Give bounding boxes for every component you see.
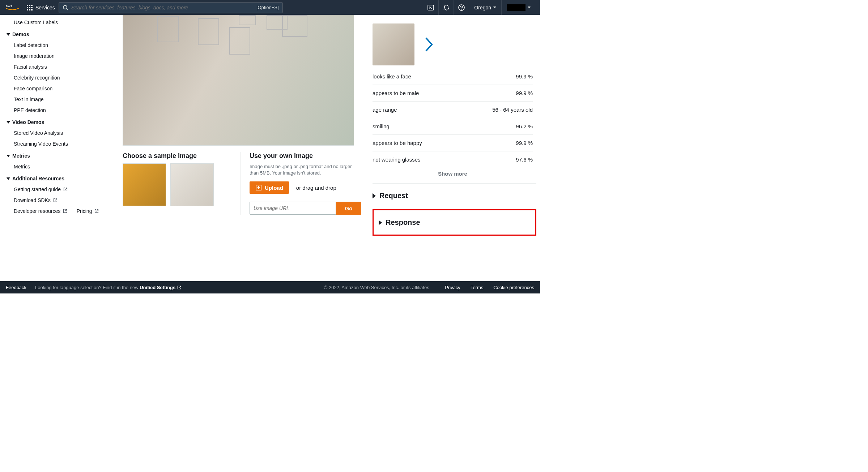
sidebar-item-stored-video[interactable]: Stored Video Analysis — [7, 128, 112, 138]
sidebar-item-text-in-image[interactable]: Text in image — [7, 94, 112, 105]
cookie-link[interactable]: Cookie preferences — [493, 285, 534, 290]
analysis-image — [123, 15, 354, 146]
go-button[interactable]: Go — [336, 202, 361, 215]
use-own-hint: Image must be .jpeg or .png format and n… — [250, 163, 361, 176]
request-expander[interactable]: Request — [373, 183, 536, 208]
help-icon — [458, 4, 465, 11]
svg-line-2 — [67, 9, 68, 10]
sidebar-item-ppe-detection[interactable]: PPE detection — [7, 105, 112, 116]
chevron-down-icon — [7, 155, 10, 157]
choose-sample-section: Choose a sample image — [123, 152, 231, 215]
attribute-row: looks like a face99.9 % — [373, 68, 533, 85]
attribute-label: age range — [373, 107, 397, 113]
panel-right: looks like a face99.9 %appears to be mal… — [365, 15, 540, 281]
external-link-icon — [53, 198, 58, 203]
sidebar-group-demos[interactable]: Demos — [7, 28, 112, 40]
sidebar-item-streaming-video[interactable]: Streaming Video Events — [7, 138, 112, 149]
search-input[interactable] — [71, 5, 256, 10]
sidebar-group-additional[interactable]: Additional Resources — [7, 172, 112, 184]
use-own-heading: Use your own image — [250, 152, 361, 160]
external-link-icon — [94, 209, 99, 214]
feedback-link[interactable]: Feedback — [6, 285, 26, 290]
image-url-input[interactable] — [250, 202, 336, 215]
language-hint: Looking for language selection? Find it … — [35, 285, 182, 290]
request-label: Request — [379, 192, 408, 200]
attribute-value: 99.9 % — [516, 73, 533, 80]
external-link-icon — [177, 285, 182, 290]
response-label: Response — [386, 218, 420, 227]
sidebar-item-getting-started[interactable]: Getting started guide — [7, 184, 68, 195]
attribute-value: 96.2 % — [516, 123, 533, 129]
attribute-label: looks like a face — [373, 73, 411, 80]
attribute-label: appears to be male — [373, 90, 419, 96]
face-bounding-box — [282, 15, 307, 37]
region-selector[interactable]: Oregon — [469, 0, 501, 15]
drag-drop-text: or drag and drop — [296, 185, 336, 191]
face-bounding-box — [157, 16, 179, 42]
chevron-right-icon — [373, 193, 376, 198]
bell-icon — [443, 4, 450, 11]
chevron-down-icon — [7, 177, 10, 180]
sample-thumb-2[interactable] — [170, 163, 214, 206]
show-more-button[interactable]: Show more — [373, 168, 533, 183]
caret-down-icon — [493, 7, 496, 8]
sidebar-item-developer-resources[interactable]: Developer resources — [7, 206, 68, 216]
attribute-row: age range56 - 64 years old — [373, 102, 533, 118]
sidebar: Use Custom Labels Demos Label detection … — [0, 15, 112, 281]
external-link-icon — [63, 209, 68, 214]
global-search[interactable]: [Option+S] — [59, 2, 283, 13]
sidebar-item-download-sdks[interactable]: Download SDKs — [7, 195, 58, 206]
top-nav: aws Services [Option+S] Oregon — [0, 0, 540, 15]
copyright: © 2022, Amazon Web Services, Inc. or its… — [324, 285, 431, 290]
content: Choose a sample image Use your own image… — [112, 15, 540, 281]
attribute-label: not wearing glasses — [373, 156, 421, 163]
services-button[interactable]: Services — [27, 5, 55, 10]
help-button[interactable] — [454, 0, 469, 15]
privacy-link[interactable]: Privacy — [445, 285, 460, 290]
terms-link[interactable]: Terms — [471, 285, 483, 290]
sidebar-item-pricing[interactable]: Pricing — [69, 206, 99, 216]
sidebar-item-label-detection[interactable]: Label detection — [7, 40, 112, 51]
notifications-button[interactable] — [438, 0, 454, 15]
search-icon — [63, 5, 68, 10]
attribute-row: appears to be male99.9 % — [373, 85, 533, 102]
attribute-value: 56 - 64 years old — [492, 107, 533, 113]
sidebar-item-facial-analysis[interactable]: Facial analysis — [7, 61, 112, 72]
attribute-row: smiling96.2 % — [373, 118, 533, 135]
attribute-row: not wearing glasses97.6 % — [373, 151, 533, 168]
main-area: Use Custom Labels Demos Label detection … — [0, 15, 540, 281]
aws-logo[interactable]: aws — [4, 4, 20, 12]
sidebar-group-metrics[interactable]: Metrics — [7, 149, 112, 161]
account-menu[interactable] — [501, 0, 536, 15]
sidebar-item-metrics[interactable]: Metrics — [7, 161, 112, 172]
attribute-label: appears to be happy — [373, 140, 422, 146]
svg-text:aws: aws — [6, 4, 13, 8]
sample-thumb-1[interactable] — [123, 163, 166, 206]
sidebar-item-celebrity-recognition[interactable]: Celebrity recognition — [7, 72, 112, 83]
panel-left: Choose a sample image Use your own image… — [123, 15, 361, 281]
attribute-label: smiling — [373, 123, 390, 129]
search-shortcut: [Option+S] — [256, 5, 279, 10]
footer: Feedback Looking for language selection?… — [0, 281, 540, 293]
attribute-value: 99.9 % — [516, 140, 533, 146]
services-label: Services — [35, 5, 55, 10]
face-bounding-box — [229, 27, 250, 55]
sidebar-item-custom-labels[interactable]: Use Custom Labels — [7, 17, 112, 28]
sidebar-item-face-comparison[interactable]: Face comparison — [7, 83, 112, 94]
sidebar-group-video-demos[interactable]: Video Demos — [7, 116, 112, 128]
caret-down-icon — [528, 7, 531, 8]
upload-icon — [255, 184, 262, 191]
choose-sample-heading: Choose a sample image — [123, 152, 231, 160]
cloudshell-button[interactable] — [423, 0, 438, 15]
unified-settings-link[interactable]: Unified Settings — [140, 285, 182, 290]
use-own-section: Use your own image Image must be .jpeg o… — [240, 152, 361, 215]
response-expander[interactable]: Response — [379, 210, 530, 235]
result-face-thumb[interactable] — [373, 23, 414, 65]
sidebar-item-image-moderation[interactable]: Image moderation — [7, 51, 112, 61]
attributes-list: looks like a face99.9 %appears to be mal… — [373, 68, 533, 168]
chevron-down-icon — [7, 33, 10, 36]
services-grid-icon — [27, 5, 33, 10]
next-face-button[interactable] — [425, 37, 433, 52]
upload-button[interactable]: Upload — [250, 181, 289, 194]
external-link-icon — [63, 187, 68, 192]
